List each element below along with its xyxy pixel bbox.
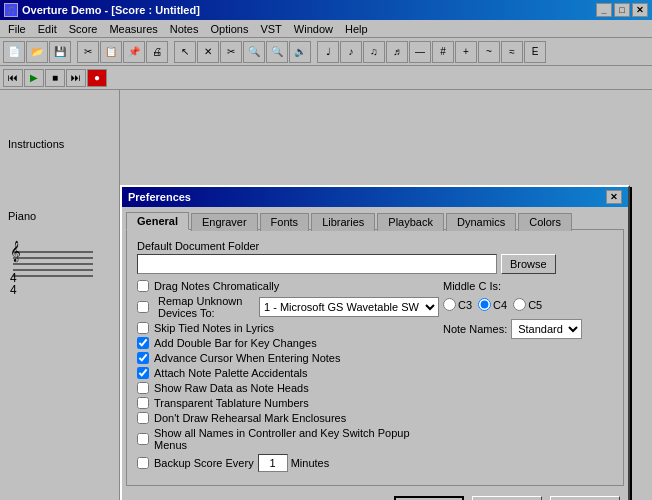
checkbox-drag-notes-input[interactable] — [137, 280, 149, 292]
note-names-select[interactable]: Standard — [511, 319, 582, 339]
tb-erase[interactable]: ✕ — [197, 41, 219, 63]
backup-minutes-input[interactable] — [258, 454, 288, 472]
tb-trill[interactable]: ~ — [478, 41, 500, 63]
tb-zoom-in[interactable]: 🔍 — [243, 41, 265, 63]
close-button[interactable]: ✕ — [632, 3, 648, 17]
folder-input[interactable] — [137, 254, 497, 274]
checkbox-show-names-label: Show all Names in Controller and Key Swi… — [154, 427, 439, 451]
checkbox-raw-data-input[interactable] — [137, 382, 149, 394]
checkbox-double-bar: Add Double Bar for Key Changes — [137, 337, 439, 349]
radio-c5-label: C5 — [513, 298, 542, 311]
dialog-close-button[interactable]: ✕ — [606, 190, 622, 204]
cancel-button[interactable]: Cancel — [472, 496, 542, 500]
toolbar: 📄 📂 💾 ✂ 📋 📌 🖨 ↖ ✕ ✂ 🔍 🔍 🔊 ♩ ♪ ♫ ♬ — # + … — [0, 38, 652, 66]
dialog-buttons: OK Cancel Help — [122, 490, 628, 500]
tb-wave[interactable]: ≈ — [501, 41, 523, 63]
transport-play[interactable]: ▶ — [24, 69, 44, 87]
tb-scissors[interactable]: ✂ — [220, 41, 242, 63]
checkbox-skip-tied: Skip Tied Notes in Lyrics — [137, 322, 439, 334]
tb-note1[interactable]: ♩ — [317, 41, 339, 63]
tb-copy[interactable]: 📋 — [100, 41, 122, 63]
menu-vst[interactable]: VST — [254, 22, 287, 36]
checkbox-skip-tied-label: Skip Tied Notes in Lyrics — [154, 322, 274, 334]
tab-dynamics[interactable]: Dynamics — [446, 213, 516, 231]
transport-record[interactable]: ● — [87, 69, 107, 87]
note-names-label: Note Names: — [443, 323, 507, 335]
checkbox-rehearsal-input[interactable] — [137, 412, 149, 424]
tb-open[interactable]: 📂 — [26, 41, 48, 63]
menu-edit[interactable]: Edit — [32, 22, 63, 36]
browse-button[interactable]: Browse — [501, 254, 556, 274]
tb-num[interactable]: # — [432, 41, 454, 63]
checkbox-remap-input[interactable] — [137, 301, 149, 313]
tb-save[interactable]: 💾 — [49, 41, 71, 63]
tb-note2[interactable]: ♪ — [340, 41, 362, 63]
checkbox-show-names-input[interactable] — [137, 433, 149, 445]
checkbox-remap: Remap Unknown Devices To: 1 - Microsoft … — [137, 295, 439, 319]
tab-colors[interactable]: Colors — [518, 213, 572, 231]
instructions-label: Instructions — [8, 138, 111, 150]
checkbox-raw-data-label: Show Raw Data as Note Heads — [154, 382, 309, 394]
checkbox-attach-note-input[interactable] — [137, 367, 149, 379]
checkbox-advance-cursor-label: Advance Cursor When Entering Notes — [154, 352, 340, 364]
menu-options[interactable]: Options — [205, 22, 255, 36]
tb-paste[interactable]: 📌 — [123, 41, 145, 63]
tb-zoom-out[interactable]: 🔍 — [266, 41, 288, 63]
piano-label: Piano — [8, 210, 111, 222]
checkbox-skip-tied-input[interactable] — [137, 322, 149, 334]
folder-label: Default Document Folder — [137, 240, 613, 252]
transport-stop[interactable]: ■ — [45, 69, 65, 87]
transport-forward[interactable]: ⏭ — [66, 69, 86, 87]
ok-button[interactable]: OK — [394, 496, 464, 500]
middle-c-row: Middle C Is: — [443, 280, 613, 292]
transport-rewind[interactable]: ⏮ — [3, 69, 23, 87]
radio-c3-label: C3 — [443, 298, 472, 311]
checkbox-backup-input[interactable] — [137, 457, 149, 469]
transport-bar: ⏮ ▶ ■ ⏭ ● — [0, 66, 652, 90]
tb-note3[interactable]: ♫ — [363, 41, 385, 63]
tb-speaker[interactable]: 🔊 — [289, 41, 311, 63]
dialog-title-text: Preferences — [128, 191, 191, 203]
checkbox-advance-cursor-input[interactable] — [137, 352, 149, 364]
folder-group: Default Document Folder Browse — [137, 240, 613, 274]
menu-window[interactable]: Window — [288, 22, 339, 36]
radio-c5[interactable] — [513, 298, 526, 311]
dialog-content: Default Document Folder Browse Drag Note… — [126, 229, 624, 486]
tb-cut[interactable]: ✂ — [77, 41, 99, 63]
tb-rest1[interactable]: — — [409, 41, 431, 63]
score-panel: Instructions Piano 𝄞 4 4 — [0, 90, 120, 500]
note-names-row: Note Names: Standard — [443, 319, 613, 339]
tab-engraver[interactable]: Engraver — [191, 213, 258, 231]
tab-libraries[interactable]: Libraries — [311, 213, 375, 231]
checkbox-double-bar-input[interactable] — [137, 337, 149, 349]
radio-c4[interactable] — [478, 298, 491, 311]
tb-print[interactable]: 🖨 — [146, 41, 168, 63]
menu-notes[interactable]: Notes — [164, 22, 205, 36]
help-button[interactable]: Help — [550, 496, 620, 500]
two-col-layout: Drag Notes Chromatically Remap Unknown D… — [137, 280, 613, 475]
minimize-button[interactable]: _ — [596, 3, 612, 17]
tb-expr[interactable]: E — [524, 41, 546, 63]
tab-general[interactable]: General — [126, 212, 189, 230]
tb-new[interactable]: 📄 — [3, 41, 25, 63]
tab-playback[interactable]: Playback — [377, 213, 444, 231]
preferences-dialog: Preferences ✕ General Engraver Fonts Lib… — [120, 185, 630, 500]
checkbox-transparent-tab-input[interactable] — [137, 397, 149, 409]
synth-select[interactable]: 1 - Microsoft GS Wavetable SW Synth — [259, 297, 439, 317]
checkboxes-col: Drag Notes Chromatically Remap Unknown D… — [137, 280, 439, 475]
menu-file[interactable]: File — [2, 22, 32, 36]
tb-cursor[interactable]: ↖ — [174, 41, 196, 63]
radio-c3[interactable] — [443, 298, 456, 311]
tab-fonts[interactable]: Fonts — [260, 213, 310, 231]
tb-plus[interactable]: + — [455, 41, 477, 63]
menu-help[interactable]: Help — [339, 22, 374, 36]
menu-score[interactable]: Score — [63, 22, 104, 36]
tb-note4[interactable]: ♬ — [386, 41, 408, 63]
tab-bar: General Engraver Fonts Libraries Playbac… — [122, 207, 628, 229]
checkbox-backup-label: Backup Score Every — [154, 457, 254, 469]
app-icon: 🎵 — [4, 3, 18, 17]
dialog-title-bar: Preferences ✕ — [122, 187, 628, 207]
maximize-button[interactable]: □ — [614, 3, 630, 17]
checkbox-double-bar-label: Add Double Bar for Key Changes — [154, 337, 317, 349]
menu-measures[interactable]: Measures — [103, 22, 163, 36]
